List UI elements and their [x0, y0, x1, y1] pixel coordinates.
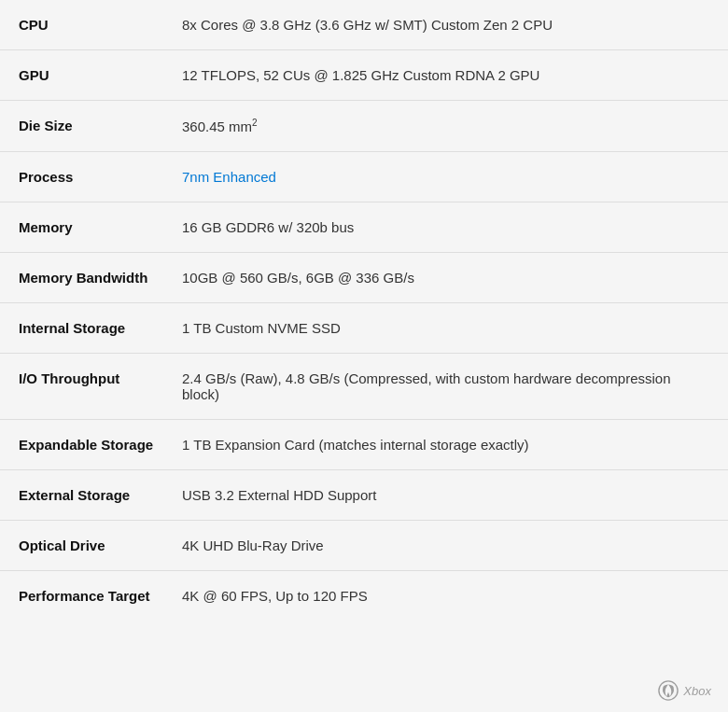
- superscript: 2: [252, 118, 258, 128]
- spec-value: 2.4 GB/s (Raw), 4.8 GB/s (Compressed, wi…: [163, 354, 728, 420]
- specs-table: CPU8x Cores @ 3.8 GHz (3.6 GHz w/ SMT) C…: [0, 0, 728, 621]
- spec-label: CPU: [0, 0, 163, 50]
- spec-value: 8x Cores @ 3.8 GHz (3.6 GHz w/ SMT) Cust…: [163, 0, 728, 50]
- table-row: GPU12 TFLOPS, 52 CUs @ 1.825 GHz Custom …: [0, 50, 728, 101]
- spec-value: 1 TB Custom NVME SSD: [163, 303, 728, 354]
- spec-label: Die Size: [0, 101, 163, 152]
- spec-label: Process: [0, 152, 163, 202]
- watermark: Xbox: [658, 680, 711, 701]
- spec-label: Performance Target: [0, 571, 163, 621]
- spec-value: 10GB @ 560 GB/s, 6GB @ 336 GB/s: [163, 253, 728, 303]
- spec-value: 1 TB Expansion Card (matches internal st…: [163, 420, 728, 470]
- spec-label: External Storage: [0, 470, 163, 521]
- spec-label: GPU: [0, 50, 163, 101]
- table-row: I/O Throughput2.4 GB/s (Raw), 4.8 GB/s (…: [0, 354, 728, 420]
- spec-value: 12 TFLOPS, 52 CUs @ 1.825 GHz Custom RDN…: [163, 50, 728, 101]
- table-row: Expandable Storage1 TB Expansion Card (m…: [0, 420, 728, 470]
- table-row: External StorageUSB 3.2 External HDD Sup…: [0, 470, 728, 521]
- table-row: Memory16 GB GDDR6 w/ 320b bus: [0, 202, 728, 253]
- table-row: Memory Bandwidth10GB @ 560 GB/s, 6GB @ 3…: [0, 253, 728, 303]
- spec-value: USB 3.2 External HDD Support: [163, 470, 728, 521]
- table-row: CPU8x Cores @ 3.8 GHz (3.6 GHz w/ SMT) C…: [0, 0, 728, 50]
- spec-label: Optical Drive: [0, 521, 163, 571]
- spec-label: Internal Storage: [0, 303, 163, 354]
- table-row: Die Size360.45 mm2: [0, 101, 728, 152]
- spec-value: 16 GB GDDR6 w/ 320b bus: [163, 202, 728, 253]
- table-row: Process7nm Enhanced: [0, 152, 728, 202]
- watermark-text: Xbox: [683, 684, 711, 698]
- spec-label: I/O Throughput: [0, 354, 163, 420]
- xbox-icon: [658, 680, 679, 701]
- table-row: Internal Storage1 TB Custom NVME SSD: [0, 303, 728, 354]
- spec-link[interactable]: 7nm Enhanced: [182, 169, 276, 185]
- table-row: Performance Target4K @ 60 FPS, Up to 120…: [0, 571, 728, 621]
- spec-label: Expandable Storage: [0, 420, 163, 470]
- table-row: Optical Drive4K UHD Blu-Ray Drive: [0, 521, 728, 571]
- spec-value: 4K UHD Blu-Ray Drive: [163, 521, 728, 571]
- spec-value: 360.45 mm2: [163, 101, 728, 152]
- spec-value: 7nm Enhanced: [163, 152, 728, 202]
- spec-value: 4K @ 60 FPS, Up to 120 FPS: [163, 571, 728, 621]
- spec-label: Memory Bandwidth: [0, 253, 163, 303]
- spec-label: Memory: [0, 202, 163, 253]
